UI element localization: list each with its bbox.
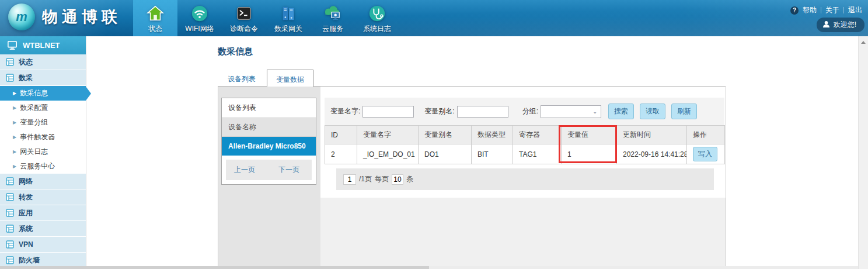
grid-icon [6,240,14,249]
device-name-column-header: 设备名称 [222,118,316,137]
cell-action: 写入 [687,144,725,164]
sidebar-header: WTBLNET [0,36,86,54]
sidebar-item-data-acquisition[interactable]: 数采 [0,70,86,85]
next-page-button[interactable]: 下一页 [278,165,299,175]
sidebar-item-variable-group[interactable]: ▶ 变量分组 [0,115,86,130]
table-header-row: ID 变量名字 变量别名 数据类型 寄存器 变量值 更新时间 操作 [325,126,725,144]
sidebar-item-data-acquisition-config[interactable]: ▶ 数采配置 [0,101,86,115]
table-header-data-type: 数据类型 [472,126,513,144]
user-icon [822,20,830,30]
submenu-arrow-icon: ▶ [13,105,16,111]
nav-item-wifi-network[interactable]: WIFI网络 [177,0,222,36]
per-page-input[interactable] [392,174,403,185]
sidebar-item-gateway-log[interactable]: ▶ 网关日志 [0,144,86,159]
nav-label: WIFI网络 [185,24,214,34]
horizontal-scroll-thumb[interactable] [0,266,429,269]
tab-device-list[interactable]: 设备列表 [219,70,264,87]
tab-variable-data[interactable]: 变量数据 [267,70,313,87]
sidebar-item-cloud-service-center[interactable]: ▶ 云服务中心 [0,159,86,174]
table-header-name: 变量名字 [357,126,419,144]
table-header-alias: 变量别名 [419,126,472,144]
logo-sphere-icon: m [8,4,35,30]
welcome-badge[interactable]: 欢迎您! [817,18,864,32]
gateway-icon [280,4,297,23]
sidebar-item-application[interactable]: 应用 [0,205,86,220]
cloud-icon [324,4,341,23]
submenu-arrow-icon: ▶ [13,149,16,154]
sidebar-item-label: 云服务中心 [20,161,55,171]
per-page-label: 每页 [375,174,389,184]
sidebar-title: WTBLNET [23,41,60,50]
sidebar-item-label: 数采 [19,73,33,83]
sidebar-item-event-trigger[interactable]: ▶ 事件触发器 [0,130,86,144]
unit-label: 条 [406,174,413,184]
sidebar-item-label: 数采配置 [20,103,48,113]
variable-name-label: 变量名字: [330,106,360,116]
about-link[interactable]: 关于 [825,5,839,15]
sidebar-item-forwarding[interactable]: 转发 [0,189,86,205]
search-button[interactable]: 搜索 [608,104,634,119]
group-select[interactable]: ⌄ [541,105,601,118]
cell-id: 2 [325,144,357,164]
device-list-panel: 设备列表 设备名称 Allen-Bradley Micro850 上一页 下一页 [221,98,316,185]
variable-name-input[interactable] [362,106,414,118]
scroll-up-arrow-icon[interactable] [861,41,866,44]
prev-page-button[interactable]: 上一页 [234,165,255,175]
table-row: 2 _IO_EM_DO_01 DO1 BIT TAG1 1 2022-09-16… [325,144,725,164]
horizontal-scrollbar[interactable] [0,266,858,269]
refresh-button[interactable]: 刷新 [671,104,697,119]
submenu-arrow-icon: ▶ [13,91,16,96]
device-row-selected[interactable]: Allen-Bradley Micro850 [222,137,316,156]
grid-icon [6,58,14,66]
search-toolbar: 变量名字: 变量别名: 分组: ⌄ 搜索 读取 刷新 [325,98,724,125]
sidebar-item-status[interactable]: 状态 [0,54,86,70]
cell-data-type: BIT [472,144,513,164]
wifi-icon [191,4,208,23]
total-pages-label: /1页 [359,174,372,184]
submenu-arrow-icon: ▶ [13,164,16,169]
read-button[interactable]: 读取 [640,104,665,119]
device-panel-pagination: 上一页 下一页 [226,160,312,180]
logout-link[interactable]: 退出 [848,5,862,15]
help-link[interactable]: 帮助 [803,5,817,15]
submenu-arrow-icon: ▶ [13,134,16,140]
sidebar-item-label: 网络 [19,177,33,187]
nav-item-status[interactable]: 状态 [133,0,177,36]
grid-icon [6,193,14,201]
sidebar-item-label: 变量分组 [20,118,48,127]
vertical-scrollbar[interactable] [858,36,868,269]
sidebar-item-label: VPN [19,240,33,249]
sidebar-item-vpn[interactable]: VPN [0,237,86,252]
table-header-updated: 更新时间 [617,126,687,144]
variable-alias-input[interactable] [457,106,508,118]
sidebar-item-label: 状态 [19,57,33,67]
cell-updated: 2022-09-16 14:41:28 [617,144,687,164]
brand-logo: m 物通博联 [8,4,121,30]
sidebar-item-label: 防火墙 [19,256,40,265]
sidebar-item-label: 转发 [19,192,33,202]
sidebar-item-system[interactable]: 系统 [0,221,86,236]
terminal-icon [235,4,253,23]
current-page-input[interactable] [343,174,356,185]
table-header-action: 操作 [687,126,725,144]
nav-item-cloud-service[interactable]: 云服务 [311,0,355,36]
table-header-id: ID [325,126,357,144]
write-button[interactable]: 写入 [693,147,717,161]
nav-label: 系统日志 [363,24,391,34]
table-header-register: 寄存器 [513,126,562,144]
sidebar-item-network[interactable]: 网络 [0,174,86,189]
device-list-column: 设备列表 设备名称 Allen-Bradley Micro850 上一页 下一页 [218,87,320,266]
variable-alias-label: 变量别名: [424,106,454,116]
nav-item-data-gateway[interactable]: 数采网关 [266,0,311,36]
submenu-arrow-icon: ▶ [13,120,16,125]
sidebar-item-data-acquisition-info[interactable]: ▶ 数采信息 [0,86,86,101]
table-header-value: 变量值 [562,126,617,144]
nav-item-diagnostic-command[interactable]: 诊断命令 [222,0,266,36]
nav-item-system-log[interactable]: 系统日志 [355,0,399,36]
nav-label: 诊断命令 [230,24,258,34]
brand-name: 物通博联 [42,6,121,27]
top-navigation: 状态 WIFI网络 诊断命令 [133,0,399,36]
sidebar-item-label: 应用 [19,208,33,218]
chevron-down-icon: ⌄ [592,109,597,115]
sidebar-item-label: 系统 [19,224,33,234]
